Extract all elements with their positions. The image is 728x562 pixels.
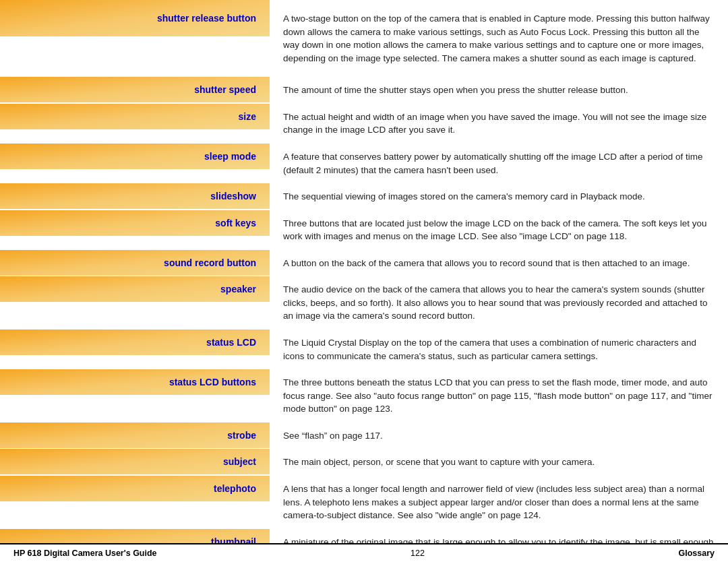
term-label-shutter-speed: shutter speed (194, 84, 256, 95)
definition-text-status-lcd: The Liquid Crystal Display on the top of… (283, 338, 696, 361)
term-cell-telephoto: telephoto (0, 476, 270, 501)
term-cell-slideshow: slideshow (0, 183, 270, 209)
definition-cell-sound-record-button: A button on the back of the camera that … (270, 250, 728, 277)
glossary-row-sleep-mode: sleep modeA feature that conserves batte… (0, 144, 728, 183)
term-label-sound-record-button: sound record button (164, 257, 256, 268)
definition-cell-telephoto: A lens that has a longer focal length an… (270, 476, 728, 529)
term-cell-speaker: speaker (0, 276, 270, 302)
definition-cell-status-lcd: The Liquid Crystal Display on the top of… (270, 330, 728, 369)
definition-text-speaker: The audio device on the back of the came… (283, 284, 708, 321)
definition-cell-size: The actual height and width of an image … (270, 104, 728, 144)
footer-page-number: 122 (411, 549, 425, 558)
definition-cell-sleep-mode: A feature that conserves battery power b… (270, 144, 728, 183)
definition-cell-slideshow: The sequential viewing of images stored … (270, 183, 728, 210)
term-label-telephoto: telephoto (214, 483, 256, 494)
term-cell-shutter-speed: shutter speed (0, 77, 270, 102)
definition-cell-strobe: See “flash” on page 117. (270, 423, 728, 449)
definition-cell-subject: The main object, person, or scene that y… (270, 449, 728, 476)
definition-text-soft-keys: Three buttons that are located just belo… (283, 218, 707, 242)
definition-text-sound-record-button: A button on the back of the camera that … (283, 258, 690, 268)
glossary-row-sound-record-button: sound record buttonA button on the back … (0, 250, 728, 277)
term-cell-size: size (0, 104, 270, 129)
footer: HP 618 Digital Camera User's Guide 122 G… (0, 543, 728, 562)
definition-text-slideshow: The sequential viewing of images stored … (283, 191, 645, 201)
definition-text-thumbnail: A miniature of the original image that i… (283, 537, 714, 543)
definition-cell-shutter-speed: The amount of time the shutter stays ope… (270, 77, 728, 104)
main-content: shutter release buttonA two-stage button… (0, 0, 728, 543)
term-label-size: size (239, 111, 256, 122)
glossary-row-subject: subjectThe main object, person, or scene… (0, 449, 728, 476)
term-label-soft-keys: soft keys (215, 218, 256, 228)
term-cell-soft-keys: soft keys (0, 210, 270, 236)
footer-right: Glossary (678, 549, 715, 558)
term-label-thumbnail: thumbnail (211, 536, 256, 543)
glossary-row-thumbnail: thumbnailA miniature of the original ima… (0, 529, 728, 543)
term-label-speaker: speaker (220, 284, 256, 294)
glossary-row-slideshow: slideshowThe sequential viewing of image… (0, 183, 728, 210)
definition-text-size: The actual height and width of an image … (283, 112, 706, 135)
glossary-row-strobe: strobeSee “flash” on page 117. (0, 423, 728, 449)
term-cell-sleep-mode: sleep mode (0, 144, 270, 169)
term-cell-status-lcd: status LCD (0, 330, 270, 355)
footer-left: HP 618 Digital Camera User's Guide (13, 549, 157, 558)
definition-text-shutter-speed: The amount of time the shutter stays ope… (283, 85, 628, 95)
term-label-sleep-mode: sleep mode (204, 151, 256, 162)
definition-cell-soft-keys: Three buttons that are located just belo… (270, 210, 728, 250)
term-label-subject: subject (223, 456, 256, 467)
definition-cell-shutter-release-button: A two-stage button on the top of the cam… (270, 0, 728, 77)
definition-cell-speaker: The audio device on the back of the came… (270, 276, 728, 330)
glossary-row-shutter-release-button: shutter release buttonA two-stage button… (0, 0, 728, 77)
definition-text-status-lcd-buttons: The three buttons beneath the status LCD… (283, 377, 712, 414)
definition-text-subject: The main object, person, or scene that y… (283, 457, 595, 467)
term-label-shutter-release-button: shutter release button (157, 13, 256, 24)
term-cell-status-lcd-buttons: status LCD buttons (0, 369, 270, 395)
definition-cell-thumbnail: A miniature of the original image that i… (270, 529, 728, 543)
definition-text-sleep-mode: A feature that conserves battery power b… (283, 152, 703, 175)
term-cell-sound-record-button: sound record button (0, 250, 270, 276)
glossary-row-size: sizeThe actual height and width of an im… (0, 104, 728, 144)
term-cell-subject: subject (0, 449, 270, 474)
term-cell-shutter-release-button: shutter release button (0, 0, 270, 36)
glossary-row-speaker: speakerThe audio device on the back of t… (0, 276, 728, 330)
glossary-row-shutter-speed: shutter speedThe amount of time the shut… (0, 77, 728, 104)
definition-text-strobe: See “flash” on page 117. (283, 431, 383, 441)
term-cell-strobe: strobe (0, 423, 270, 448)
term-label-slideshow: slideshow (210, 191, 256, 201)
definition-text-shutter-release-button: A two-stage button on the top of the cam… (283, 13, 710, 63)
definition-text-telephoto: A lens that has a longer focal length an… (283, 484, 704, 520)
term-label-strobe: strobe (227, 430, 256, 441)
glossary-row-telephoto: telephotoA lens that has a longer focal … (0, 476, 728, 529)
definition-cell-status-lcd-buttons: The three buttons beneath the status LCD… (270, 369, 728, 423)
glossary-row-status-lcd-buttons: status LCD buttonsThe three buttons bene… (0, 369, 728, 423)
glossary-row-soft-keys: soft keysThree buttons that are located … (0, 210, 728, 250)
glossary-row-status-lcd: status LCDThe Liquid Crystal Display on … (0, 330, 728, 369)
term-cell-thumbnail: thumbnail (0, 529, 270, 543)
term-label-status-lcd: status LCD (206, 337, 256, 348)
term-label-status-lcd-buttons: status LCD buttons (169, 377, 256, 387)
